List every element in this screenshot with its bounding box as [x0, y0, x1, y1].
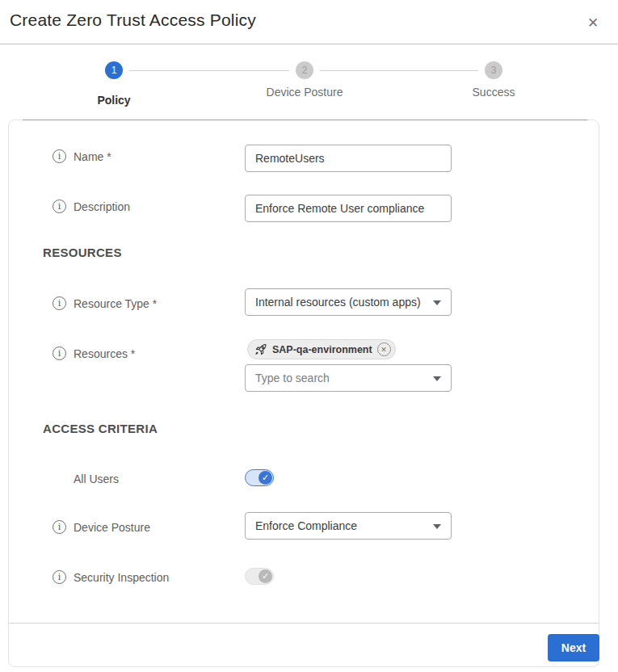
- security-inspection-label: Security Inspection: [74, 571, 169, 584]
- create-policy-dialog: Create Zero Trust Access Policy ✕ 1 2 3 …: [0, 0, 618, 672]
- step-3-label: Success: [453, 86, 534, 99]
- device-posture-label: Device Posture: [74, 521, 150, 534]
- device-posture-info-icon[interactable]: i: [53, 520, 66, 534]
- security-inspection-toggle: ✓: [245, 568, 274, 585]
- security-inspection-info-icon[interactable]: i: [53, 570, 66, 584]
- step-3-circle[interactable]: 3: [485, 61, 502, 79]
- resource-type-value: Internal resources (custom apps): [255, 296, 421, 309]
- resource-chip-label: SAP-qa-environment: [272, 344, 372, 355]
- description-label: Description: [74, 200, 130, 213]
- resources-label: Resources *: [74, 347, 135, 360]
- step-connector-2: [320, 70, 478, 71]
- resources-search-placeholder: Type to search: [255, 372, 330, 384]
- access-criteria-section-header: ACCESS CRITERIA: [43, 422, 158, 435]
- header-divider: [0, 44, 618, 44]
- resources-search-select[interactable]: Type to search: [245, 364, 452, 392]
- check-icon: ✓: [259, 471, 272, 485]
- name-label: Name *: [74, 150, 111, 163]
- footer-divider: [9, 623, 599, 624]
- step-1-circle[interactable]: 1: [105, 61, 123, 79]
- all-users-toggle[interactable]: ✓: [245, 469, 274, 486]
- card-top-divider: [23, 120, 587, 120]
- policy-form-card: i Name * i Description RESOURCES i Resou…: [8, 120, 599, 667]
- device-posture-select[interactable]: Enforce Compliance: [245, 512, 452, 540]
- resources-section-header: RESOURCES: [43, 246, 122, 259]
- description-input[interactable]: [245, 195, 452, 222]
- dialog-title: Create Zero Trust Access Policy: [10, 10, 256, 30]
- resource-chip: SAP-qa-environment ✕: [247, 339, 396, 359]
- resource-type-label: Resource Type *: [74, 297, 157, 310]
- name-input[interactable]: [245, 145, 452, 172]
- chevron-down-icon: [433, 524, 441, 529]
- all-users-label: All Users: [74, 472, 119, 485]
- step-2-circle[interactable]: 2: [296, 61, 313, 79]
- step-1-label: Policy: [74, 94, 154, 107]
- close-icon[interactable]: ✕: [583, 13, 603, 32]
- step-connector-1: [129, 70, 289, 71]
- step-2-label: Device Posture: [248, 86, 361, 99]
- resources-info-icon[interactable]: i: [53, 346, 66, 360]
- chevron-down-icon: [433, 300, 441, 305]
- next-button[interactable]: Next: [548, 634, 599, 662]
- resource-type-select[interactable]: Internal resources (custom apps): [245, 288, 452, 316]
- name-info-icon[interactable]: i: [53, 149, 66, 163]
- description-info-icon[interactable]: i: [53, 200, 66, 213]
- check-icon: ✓: [259, 569, 272, 583]
- chevron-down-icon: [433, 376, 441, 381]
- chip-remove-icon[interactable]: ✕: [377, 342, 391, 356]
- rocket-icon: [254, 343, 267, 356]
- device-posture-value: Enforce Compliance: [255, 519, 357, 532]
- resource-type-info-icon[interactable]: i: [53, 296, 66, 310]
